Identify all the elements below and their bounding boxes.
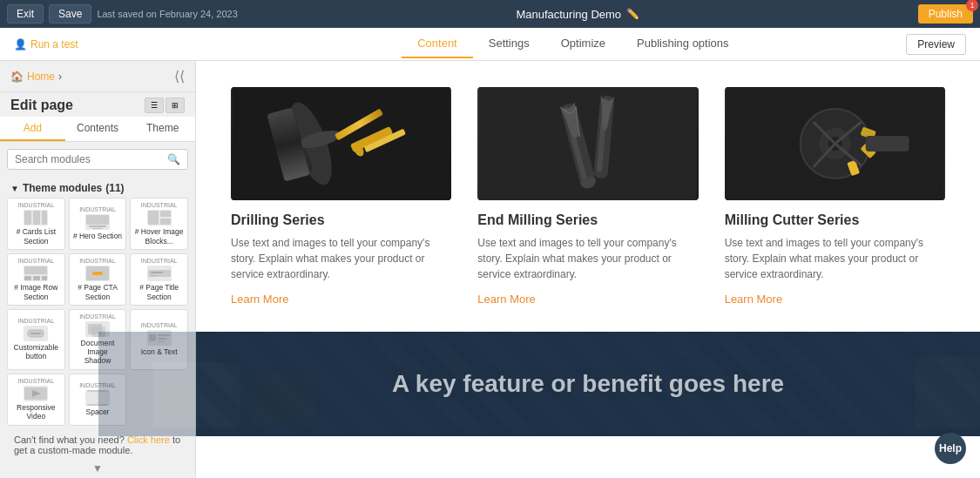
breadcrumb-home[interactable]: Home — [27, 71, 55, 83]
run-test-button[interactable]: 👤 Run a test — [14, 38, 78, 50]
svg-rect-5 — [92, 228, 103, 229]
module-hero-icon — [85, 214, 110, 230]
module-page-title-icon — [147, 266, 172, 281]
product-card-end-milling: End Milling Series Use text and images t… — [477, 87, 698, 306]
module-page-title[interactable]: Industrial # Page Title Section — [130, 253, 188, 306]
module-page-cta-icon — [85, 266, 110, 281]
module-hover-image[interactable]: Industrial # Hover Image Blocks... — [130, 198, 188, 250]
product-desc-milling-cutter: Use text and images to tell your company… — [725, 235, 945, 282]
main-layout: 🏠 Home › ⟨⟨ Edit page ☰ ⊞ Add Contents T… — [0, 61, 980, 478]
tab-optimize[interactable]: Optimize — [545, 30, 621, 58]
breadcrumb: 🏠 Home › — [10, 71, 62, 83]
scroll-down-indicator: ▼ — [0, 459, 195, 478]
list-view-button[interactable]: ☰ — [145, 98, 164, 113]
product-image-end-milling — [477, 87, 698, 200]
chevron-down-icon: ▼ — [10, 184, 19, 193]
help-button[interactable]: Help — [935, 433, 966, 464]
svg-rect-7 — [160, 211, 171, 217]
top-bar-left: Exit Save Last saved on February 24, 202… — [7, 4, 238, 24]
module-page-cta[interactable]: Industrial # Page CTA Section — [69, 253, 127, 306]
module-responsive-video[interactable]: Industrial Responsive Video — [7, 374, 65, 426]
nav-bar: 👤 Run a test Content Settings Optimize P… — [0, 28, 980, 61]
sidebar-header: 🏠 Home › ⟨⟨ — [0, 61, 195, 92]
last-saved-text: Last saved on February 24, 2023 — [97, 9, 237, 19]
svg-rect-4 — [89, 226, 106, 227]
sidebar-tab-theme[interactable]: Theme — [130, 117, 195, 141]
search-box: 🔍 — [7, 149, 188, 170]
product-section: Drilling Series Use text and images to t… — [196, 61, 980, 332]
module-image-row-icon — [24, 266, 48, 281]
sidebar-tab-add[interactable]: Add — [0, 117, 65, 141]
module-customizable-btn[interactable]: Industrial Customizable button — [7, 309, 65, 370]
tab-settings[interactable]: Settings — [473, 30, 545, 58]
grid-view-button[interactable]: ⊞ — [166, 98, 185, 113]
save-button[interactable]: Save — [49, 4, 91, 24]
svg-rect-51 — [865, 136, 909, 151]
product-title-end-milling: End Milling Series — [477, 212, 698, 228]
tab-publishing[interactable]: Publishing options — [621, 30, 745, 58]
module-cards-list[interactable]: Industrial # Cards List Section — [7, 198, 65, 250]
module-cards-list-icon — [24, 210, 48, 226]
svg-rect-16 — [151, 272, 163, 273]
module-hero[interactable]: Industrial # Hero Section — [69, 198, 127, 250]
exit-button[interactable]: Exit — [7, 4, 44, 24]
feature-banner: A key feature or benefit goes here — [196, 332, 980, 436]
svg-rect-1 — [33, 211, 40, 225]
svg-rect-54 — [196, 362, 240, 428]
svg-rect-10 — [24, 276, 31, 280]
edit-title-icon[interactable]: ✏️ — [626, 8, 639, 20]
tab-content[interactable]: Content — [402, 30, 473, 58]
theme-modules-header[interactable]: ▼ Theme modules (11) — [3, 177, 192, 198]
svg-rect-9 — [24, 266, 47, 274]
view-controls: ☰ ⊞ — [145, 98, 185, 113]
nav-tabs: Content Settings Optimize Publishing opt… — [402, 30, 744, 58]
svg-rect-55 — [251, 374, 316, 428]
svg-rect-31 — [233, 87, 450, 200]
learn-more-milling-cutter[interactable]: Learn More — [725, 293, 945, 306]
canvas-area: Drilling Series Use text and images to t… — [196, 61, 980, 478]
product-card-drilling: Drilling Series Use text and images to t… — [231, 87, 451, 306]
product-image-milling-cutter — [725, 87, 945, 200]
product-desc-drilling: Use text and images to tell your company… — [231, 235, 451, 282]
svg-rect-17 — [151, 275, 158, 276]
product-card-milling-cutter: Milling Cutter Series Use text and image… — [725, 87, 945, 306]
product-image-drilling — [231, 87, 451, 200]
learn-more-end-milling[interactable]: Learn More — [477, 293, 698, 306]
module-image-row[interactable]: Industrial # Image Row Section — [7, 253, 65, 306]
svg-rect-3 — [86, 215, 109, 225]
module-responsive-video-icon — [24, 386, 48, 401]
product-title-drilling: Drilling Series — [231, 212, 451, 228]
collapse-sidebar-button[interactable]: ⟨⟨ — [174, 68, 185, 84]
page-title: Manufacturing Demo — [516, 8, 621, 21]
breadcrumb-chevron: › — [58, 71, 62, 83]
sidebar-tabs: Add Contents Theme — [0, 117, 195, 142]
svg-rect-0 — [24, 211, 31, 225]
module-customizable-btn-icon — [24, 326, 48, 341]
learn-more-drilling[interactable]: Learn More — [231, 293, 451, 306]
top-bar-right: Publish 1 — [918, 4, 973, 24]
search-icon: 🔍 — [167, 153, 180, 165]
preview-button[interactable]: Preview — [906, 34, 966, 55]
svg-rect-14 — [92, 272, 103, 275]
product-title-milling-cutter: Milling Cutter Series — [725, 212, 945, 228]
svg-rect-19 — [30, 333, 41, 334]
search-input[interactable] — [15, 153, 167, 165]
svg-rect-8 — [160, 219, 171, 225]
top-bar-center: Manufacturing Demo ✏️ — [245, 8, 911, 21]
edit-page-header: Edit page ☰ ⊞ — [0, 92, 195, 117]
edit-page-title: Edit page — [10, 98, 73, 113]
publish-button[interactable]: Publish 1 — [918, 4, 973, 24]
svg-rect-2 — [42, 211, 47, 225]
user-icon: 👤 — [14, 38, 27, 50]
sidebar-tab-contents[interactable]: Contents — [65, 117, 131, 141]
svg-rect-56 — [915, 357, 980, 428]
svg-rect-11 — [33, 276, 40, 280]
publish-badge: 1 — [966, 0, 978, 11]
home-icon: 🏠 — [10, 71, 24, 83]
module-hover-image-icon — [147, 210, 172, 226]
product-desc-end-milling: Use text and images to tell your company… — [477, 235, 698, 282]
svg-rect-6 — [148, 211, 159, 225]
svg-rect-12 — [42, 276, 47, 280]
top-bar: Exit Save Last saved on February 24, 202… — [0, 0, 980, 28]
